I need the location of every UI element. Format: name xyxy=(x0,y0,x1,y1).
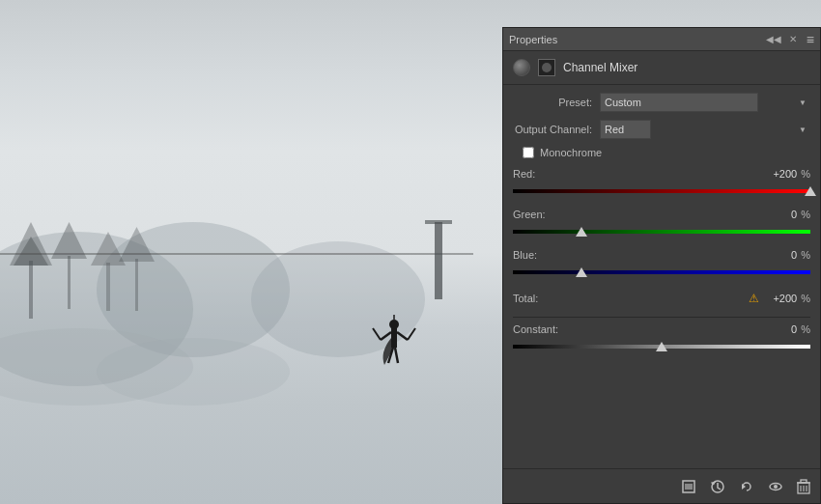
preset-select[interactable]: Custom Default Black & White with Red Fi… xyxy=(600,93,758,112)
svg-rect-28 xyxy=(685,484,693,490)
blue-slider-section: Blue: 0 % xyxy=(513,249,810,282)
svg-rect-16 xyxy=(435,222,442,299)
blue-percent: % xyxy=(801,249,810,261)
green-value: 0 xyxy=(763,209,797,220)
properties-panel: Properties ◀◀ ✕ ≡ Channel Mixer Preset: … xyxy=(502,27,821,504)
output-channel-label: Output Channel: xyxy=(513,124,600,135)
adjustment-filled-icon[interactable] xyxy=(538,59,555,76)
clip-to-layer-button[interactable] xyxy=(679,477,698,496)
total-warning-group: ⚠ +200 % xyxy=(749,292,810,305)
red-value: +200 xyxy=(763,168,797,180)
red-slider-section: Red: +200 % xyxy=(513,168,810,201)
clip-icon xyxy=(681,479,696,494)
red-slider-track-container[interactable] xyxy=(513,182,810,201)
green-value-group: 0 % xyxy=(763,209,810,220)
blue-slider-thumb[interactable] xyxy=(576,267,587,277)
green-label: Green: xyxy=(513,209,546,220)
eye-icon xyxy=(768,479,783,494)
svg-point-32 xyxy=(774,485,778,489)
total-row: Total: ⚠ +200 % xyxy=(513,290,810,307)
svg-rect-35 xyxy=(801,480,807,483)
blue-value: 0 xyxy=(763,249,797,261)
reset-button[interactable] xyxy=(737,477,756,496)
minimize-button[interactable]: ◀◀ xyxy=(764,34,783,44)
adjustment-circle-icon[interactable] xyxy=(513,59,530,76)
total-value: +200 xyxy=(763,293,797,304)
red-value-group: +200 % xyxy=(763,168,810,180)
panel-header: Channel Mixer xyxy=(503,51,820,85)
background-scene xyxy=(0,0,493,504)
green-slider-section: Green: 0 % xyxy=(513,209,810,241)
visibility-button[interactable] xyxy=(766,477,785,496)
total-label: Total: xyxy=(513,293,538,304)
panel-body: Preset: Custom Default Black & White wit… xyxy=(503,85,820,468)
svg-rect-9 xyxy=(106,263,110,311)
output-channel-select[interactable]: Red Green Blue xyxy=(600,120,651,139)
svg-rect-7 xyxy=(68,256,71,309)
green-slider-track xyxy=(513,230,810,234)
constant-slider-header: Constant: 0 % xyxy=(513,323,810,335)
green-percent: % xyxy=(801,209,810,220)
monochrome-checkbox[interactable] xyxy=(523,147,534,158)
monochrome-row: Monochrome xyxy=(513,147,810,158)
constant-slider-section: Constant: 0 % xyxy=(513,323,810,356)
svg-point-14 xyxy=(97,338,290,406)
svg-point-19 xyxy=(389,320,399,329)
menu-button[interactable]: ≡ xyxy=(807,32,814,47)
trash-icon xyxy=(797,479,810,494)
blue-slider-track-container[interactable] xyxy=(513,263,810,282)
blue-slider-track xyxy=(513,270,810,274)
red-slider-header: Red: +200 % xyxy=(513,168,810,180)
constant-label: Constant: xyxy=(513,323,558,335)
panel-footer xyxy=(503,468,820,503)
blue-label: Blue: xyxy=(513,249,537,261)
previous-state-button[interactable] xyxy=(708,477,727,496)
previous-icon xyxy=(710,479,725,494)
monochrome-label: Monochrome xyxy=(540,147,602,158)
svg-point-3 xyxy=(251,241,425,357)
titlebar-controls: ◀◀ ✕ ≡ xyxy=(764,32,814,47)
preset-select-wrapper: Custom Default Black & White with Red Fi… xyxy=(600,93,810,112)
preset-label: Preset: xyxy=(513,97,600,108)
red-slider-thumb[interactable] xyxy=(805,186,816,196)
constant-percent: % xyxy=(801,323,810,335)
panel-titlebar: Properties ◀◀ ✕ ≡ xyxy=(503,28,820,51)
constant-value: 0 xyxy=(763,323,797,335)
output-channel-row: Output Channel: Red Green Blue xyxy=(513,120,810,139)
green-slider-thumb[interactable] xyxy=(576,227,587,237)
close-button[interactable]: ✕ xyxy=(787,34,799,44)
output-channel-select-wrapper: Red Green Blue xyxy=(600,120,810,139)
green-slider-track-container[interactable] xyxy=(513,222,810,241)
red-slider-track xyxy=(513,189,810,193)
divider xyxy=(513,317,810,318)
constant-slider-track xyxy=(513,345,810,349)
preset-row: Preset: Custom Default Black & White wit… xyxy=(513,93,810,112)
channel-mixer-title: Channel Mixer xyxy=(563,61,637,74)
red-label: Red: xyxy=(513,168,535,180)
total-percent: % xyxy=(801,293,810,304)
constant-value-group: 0 % xyxy=(763,323,810,335)
red-percent: % xyxy=(801,168,810,180)
blue-slider-header: Blue: 0 % xyxy=(513,249,810,261)
delete-button[interactable] xyxy=(795,477,812,496)
svg-rect-11 xyxy=(135,259,138,311)
warning-icon: ⚠ xyxy=(749,292,759,305)
svg-rect-4 xyxy=(29,261,33,319)
svg-rect-17 xyxy=(425,220,452,224)
reset-icon xyxy=(739,479,754,494)
constant-slider-track-container[interactable] xyxy=(513,337,810,356)
panel-title: Properties xyxy=(509,34,557,45)
blue-value-group: 0 % xyxy=(763,249,810,261)
green-slider-header: Green: 0 % xyxy=(513,209,810,220)
constant-slider-thumb[interactable] xyxy=(656,342,667,351)
svg-line-25 xyxy=(395,348,398,363)
